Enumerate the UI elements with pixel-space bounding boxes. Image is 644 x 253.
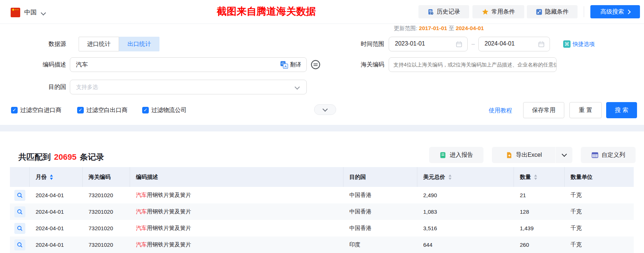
time-range-label: 时间范围 (331, 37, 384, 51)
cell-hs-code: 73201020 (83, 236, 130, 253)
filter-blank-importer[interactable]: ✓ 过滤空白进口商 (11, 105, 61, 115)
collapse-icon (536, 9, 542, 15)
cell-unit: 千克 (565, 203, 634, 220)
cell-hs-code: 73201020 (83, 203, 130, 220)
checkbox-checked-icon[interactable]: ✓ (11, 107, 18, 113)
cell-destination: 中国香港 (343, 187, 417, 203)
filter-logistics[interactable]: ✓ 过滤物流公司 (142, 105, 187, 115)
keyword-highlight: 汽车 (136, 225, 147, 232)
row-detail-search-button[interactable] (14, 206, 25, 217)
enter-report-button[interactable]: 进入报告 (429, 147, 483, 163)
cell-month: 2024-04-01 (30, 220, 83, 236)
header-quantity[interactable]: 数量 (514, 167, 565, 187)
header-month[interactable]: 月份 (30, 167, 83, 187)
code-desc-input[interactable] (70, 58, 261, 72)
magnifier-icon (17, 209, 23, 215)
row-detail-search-button[interactable] (14, 190, 25, 201)
data-source-tabs: 进口统计出口统计 (79, 37, 159, 51)
update-range-end: 2024-04-01 (456, 25, 484, 31)
svg-text:A: A (284, 64, 287, 68)
header-unit: 数量单位 (565, 167, 634, 187)
report-icon (439, 152, 446, 159)
favorites-button[interactable]: 常用条件 (472, 5, 524, 18)
date-end-field[interactable]: 2024-04-01 (478, 37, 550, 51)
export-excel-dropdown[interactable] (556, 147, 572, 163)
header-expand-column (10, 167, 30, 187)
tab-export-stats[interactable]: 出口统计 (119, 37, 159, 51)
save-common-button[interactable]: 保存常用 (523, 102, 564, 118)
cell-quantity: 128 (514, 203, 565, 220)
history-icon (428, 9, 434, 15)
header-destination: 目的国 (343, 167, 417, 187)
cell-unit: 千克 (565, 220, 634, 236)
columns-icon (591, 152, 598, 159)
hs-code-field (389, 57, 557, 72)
keyword-highlight: 汽车 (136, 241, 147, 248)
row-detail-search-button[interactable] (14, 239, 25, 250)
cell-hs-code: 73201020 (83, 220, 130, 236)
cell-usd-total: 644 (417, 236, 514, 253)
filter-blank-importer-label: 过滤空白进口商 (20, 106, 61, 114)
row-detail-search-button[interactable] (14, 223, 25, 234)
cell-destination: 中国香港 (343, 203, 417, 220)
sort-control-month[interactable] (50, 174, 53, 180)
checkbox-checked-icon[interactable]: ✓ (77, 107, 84, 113)
date-start-field[interactable]: 2023-01-01 (389, 37, 468, 51)
calendar-icon (456, 41, 462, 47)
section-divider-band (0, 125, 644, 131)
cell-quantity: 260 (514, 236, 565, 253)
history-label: 历史记录 (437, 8, 460, 16)
translate-icon: 中 A (280, 61, 288, 69)
filter-blank-exporter[interactable]: ✓ 过滤空白出口商 (77, 105, 127, 115)
cell-unit: 千克 (565, 187, 634, 203)
table-row[interactable]: 2024-04-01 73201020 汽车 用钢铁片簧及簧片 中国香港 2,4… (10, 187, 634, 204)
country-selector[interactable]: 中国 (24, 8, 37, 17)
excel-icon (506, 152, 512, 159)
history-button[interactable]: 历史记录 (418, 5, 469, 18)
code-desc-label: 编码描述 (15, 57, 66, 72)
hide-conditions-button[interactable]: 隐藏条件 (527, 5, 578, 18)
advanced-search-button[interactable]: 高级搜索 (590, 5, 640, 18)
magnifier-icon (17, 225, 23, 231)
export-excel-button[interactable]: 导出Excel (492, 147, 556, 163)
tutorial-link[interactable]: 使用教程 (489, 105, 512, 116)
cell-quantity: 1,439 (514, 220, 565, 236)
search-button[interactable]: 搜 索 (606, 102, 637, 118)
header-usd-total[interactable]: 美元总价 (417, 167, 514, 187)
chevron-down-icon (561, 152, 566, 157)
checkbox-checked-icon[interactable]: ✓ (142, 107, 149, 113)
destination-select[interactable]: 支持多选 (70, 80, 307, 94)
quick-options-button[interactable]: ⌘ 快捷选项 (563, 40, 595, 48)
hs-category-browser-icon[interactable] (310, 59, 321, 70)
header-code-desc: 编码描述 (130, 167, 343, 187)
advanced-search-label: 高级搜索 (601, 8, 624, 16)
cell-code-desc: 汽车 用钢铁片簧及簧片 (130, 236, 343, 253)
update-range-start: 2017-01-01 (419, 25, 447, 31)
hs-code-input[interactable] (389, 58, 556, 72)
translate-button[interactable]: 中 A 翻译 (280, 61, 301, 69)
destination-chevron-down-icon (295, 84, 300, 90)
collapse-form-button[interactable] (314, 104, 336, 115)
enter-report-label: 进入报告 (450, 151, 473, 159)
calendar-icon (538, 41, 544, 47)
tab-import-stats[interactable]: 进口统计 (79, 37, 119, 51)
table-row[interactable]: 2024-04-01 73201020 汽车 用钢铁片簧及簧片 中国香港 1,0… (10, 203, 634, 220)
destination-label: 目的国 (15, 80, 66, 94)
date-end-value: 2024-04-01 (485, 40, 515, 47)
update-range-label: 更新范围: (394, 25, 417, 31)
table-row[interactable]: 2024-04-01 73201020 汽车 用钢铁片簧及簧片 中国香港 3,5… (10, 220, 634, 237)
star-icon (482, 8, 489, 15)
header-hs-code: 海关编码 (83, 167, 130, 187)
favorites-label: 常用条件 (492, 8, 515, 16)
country-label: 中国 (24, 9, 37, 16)
table-row[interactable]: 2024-04-01 73201020 汽车 用钢铁片簧及簧片 印度 644 2… (10, 236, 634, 253)
reset-button[interactable]: 重 置 (569, 102, 602, 118)
sort-control-usd[interactable] (449, 174, 451, 180)
update-range-to: 至 (449, 25, 454, 31)
cell-quantity: 21 (514, 187, 565, 203)
cell-usd-total: 3,516 (417, 220, 514, 236)
update-range-note: 更新范围: 2017-01-01 至 2024-04-01 (394, 25, 484, 32)
command-icon: ⌘ (563, 40, 571, 48)
sort-control-quantity[interactable] (534, 174, 537, 180)
custom-columns-button[interactable]: 自定义列 (581, 147, 636, 163)
